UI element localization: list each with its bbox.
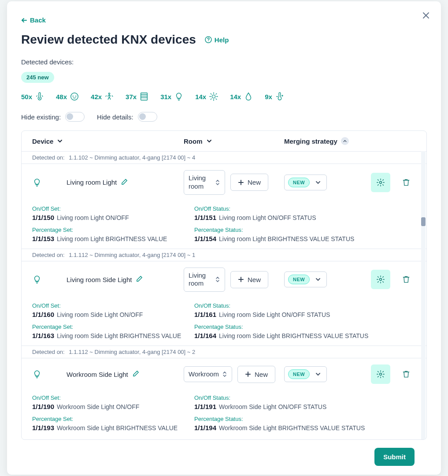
merge-chip: NEW <box>288 178 310 187</box>
detected-devices-label: Detected devices: <box>21 58 427 66</box>
trash-icon <box>402 275 411 284</box>
type-count-bulb[interactable]: 31x <box>160 92 184 101</box>
detail-label: On/Off Set: <box>32 394 194 401</box>
room-select[interactable]: Living room <box>184 268 225 292</box>
delete-button[interactable] <box>396 364 416 384</box>
new-room-button[interactable]: New <box>230 271 268 288</box>
merge-strategy-select[interactable]: NEW <box>284 271 327 287</box>
type-count-thermometer[interactable]: 50x <box>21 92 44 101</box>
detail-desc: Workroom Side Light ON/OFF <box>57 403 139 410</box>
chevron-down-icon <box>315 276 321 283</box>
settings-button[interactable] <box>371 270 390 289</box>
detail-address: 1/1/164 <box>194 332 216 339</box>
svg-point-34 <box>380 373 382 376</box>
type-count-drop[interactable]: 14x <box>230 92 253 101</box>
review-knx-modal: Back Review detected KNX devices Help De… <box>7 1 441 475</box>
motion-icon <box>104 92 114 101</box>
edit-name-button[interactable] <box>133 370 139 378</box>
blinds-icon <box>139 92 149 101</box>
detail-address: 1/1/154 <box>194 235 216 242</box>
edit-name-button[interactable] <box>136 275 143 283</box>
settings-button[interactable] <box>371 364 390 384</box>
hide-existing-toggle[interactable] <box>65 112 85 122</box>
chevron-up-icon <box>341 137 349 145</box>
new-room-button[interactable]: New <box>230 174 268 191</box>
detail-label: On/Off Status: <box>194 394 416 401</box>
detail-address: 1/1/193 <box>32 424 54 431</box>
back-label: Back <box>30 16 46 24</box>
merge-strategy-select[interactable]: NEW <box>284 175 327 190</box>
svg-point-7 <box>73 96 74 97</box>
detail-desc: Living room Light ON/OFF STATUS <box>219 214 316 221</box>
merge-strategy-select[interactable]: NEW <box>284 366 327 382</box>
detail-desc: Living room Side Light ON/OFF <box>57 311 143 318</box>
submit-button[interactable]: Submit <box>374 448 415 466</box>
detail-label: Percentage Status: <box>194 227 416 233</box>
gear-icon <box>376 370 385 379</box>
column-header-room[interactable]: Room <box>184 138 284 145</box>
svg-point-5 <box>39 97 41 99</box>
device-name: Living room Side Light <box>67 276 132 283</box>
column-header-strategy[interactable]: Merging strategy <box>284 137 416 145</box>
type-count-blinds[interactable]: 37x <box>126 92 149 101</box>
delete-button[interactable] <box>396 270 416 289</box>
help-link[interactable]: Help <box>205 36 229 44</box>
type-count-motion[interactable]: 42x <box>91 92 114 101</box>
type-count-temp-adjust[interactable]: 9x <box>265 92 285 101</box>
detail-address: 1/1/163 <box>32 332 54 339</box>
detail-desc: Living room Side Light BRIGHTNESS VALUE … <box>219 332 368 339</box>
settings-button[interactable] <box>371 173 390 192</box>
type-count-value: 50x <box>21 93 32 100</box>
type-count-value: 37x <box>126 93 137 100</box>
device-name: Living room Light <box>67 178 117 186</box>
detected-new-badge: 245 new <box>21 72 54 83</box>
gear-icon <box>376 178 385 187</box>
new-room-button[interactable]: New <box>237 366 275 383</box>
detail-label: On/Off Status: <box>194 302 416 309</box>
detail-desc: Living room Side Light BRIGHTNESS VALUE <box>57 332 181 339</box>
scrollbar-thumb[interactable] <box>421 217 426 226</box>
close-button[interactable] <box>420 9 432 22</box>
devices-table: Device Room Merging strategy <box>21 130 427 440</box>
plus-icon <box>245 371 251 377</box>
type-count-value: 42x <box>91 93 102 100</box>
type-count-sun[interactable]: 14x <box>195 92 218 101</box>
back-link[interactable]: Back <box>21 16 427 24</box>
delete-button[interactable] <box>396 173 416 192</box>
arrow-left-icon <box>21 17 27 23</box>
bulb-icon <box>32 275 42 284</box>
device-details: On/Off Set: 1/1/150Living room Light ON/… <box>22 201 426 249</box>
detail-desc: Living room Light ON/OFF <box>57 214 129 221</box>
pencil-icon <box>136 275 143 282</box>
svg-point-8 <box>75 96 76 97</box>
column-header-device[interactable]: Device <box>32 138 184 145</box>
bulb-icon <box>174 92 184 101</box>
temp-adjust-icon <box>275 92 285 101</box>
detail-label: Percentage Status: <box>194 416 416 422</box>
svg-line-19 <box>211 93 211 94</box>
detail-address: 1/1/190 <box>32 403 54 410</box>
detail-label: Percentage Set: <box>32 227 194 233</box>
room-select[interactable]: Living room <box>184 170 225 195</box>
detail-label: On/Off Status: <box>194 205 416 212</box>
type-count-value: 31x <box>160 93 171 100</box>
room-select[interactable]: Workroom <box>184 366 232 383</box>
detail-address: 1/1/153 <box>32 235 54 242</box>
type-count-value: 48x <box>56 93 67 100</box>
table-body: Detected on: 1.1.102 ~ Dimming actuator,… <box>22 151 426 439</box>
svg-line-22 <box>216 93 217 94</box>
edit-name-button[interactable] <box>121 178 128 186</box>
detail-address: 1/1/194 <box>194 424 216 431</box>
hide-details-toggle[interactable] <box>138 112 157 122</box>
pencil-icon <box>121 178 128 185</box>
page-title: Review detected KNX devices <box>21 33 196 47</box>
chevron-down-icon <box>315 371 321 377</box>
help-label: Help <box>215 36 229 44</box>
drop-icon <box>244 92 253 101</box>
scrollbar-track[interactable] <box>421 151 426 439</box>
detail-label: Percentage Set: <box>32 416 194 422</box>
type-count-sensor[interactable]: 48x <box>56 92 79 101</box>
detail-address: 1/1/150 <box>32 214 54 221</box>
detail-address: 1/1/161 <box>194 311 216 318</box>
plus-icon <box>238 276 244 283</box>
